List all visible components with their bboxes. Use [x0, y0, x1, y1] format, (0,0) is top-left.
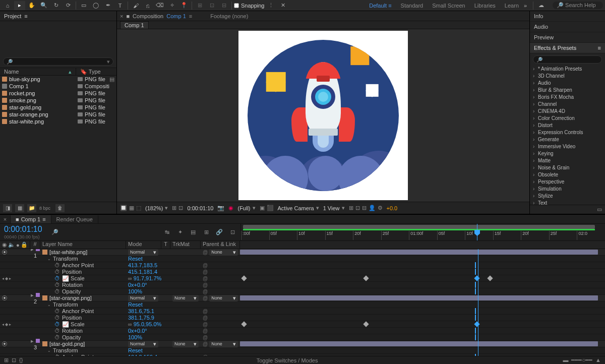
stopwatch-icon[interactable]: ⏱ — [54, 354, 60, 356]
stopwatch-icon[interactable]: ⏱ — [54, 334, 60, 340]
rotate-tool-icon[interactable]: ⟳ — [63, 1, 74, 10]
reset-button[interactable]: Reset — [128, 347, 143, 353]
effect-category[interactable]: Stylize — [530, 193, 605, 200]
reset-button[interactable]: Reset — [128, 301, 143, 308]
stopwatch-icon[interactable]: ⏱ — [54, 282, 60, 288]
hand-tool-icon[interactable]: ✋ — [26, 1, 37, 10]
property-value[interactable]: 381.6,75.1 — [128, 308, 154, 314]
tl-tool4-icon[interactable]: ⊞ — [202, 228, 210, 236]
zoom-in-icon[interactable]: ▲ — [595, 357, 601, 363]
help-search-input[interactable]: 🔎 Search Help — [553, 2, 603, 9]
footage-label[interactable]: Footage (none) — [210, 13, 248, 19]
v-icon4[interactable]: 👤 — [369, 205, 376, 211]
lock-col-icon[interactable]: 🔒 — [21, 241, 28, 248]
comp-subtab[interactable]: Comp 1 — [120, 21, 149, 29]
project-item[interactable]: rocket.pngPNG file — [0, 90, 116, 97]
project-item[interactable]: star-gold.pngPNG file — [0, 104, 116, 111]
visibility-toggle[interactable] — [2, 250, 7, 255]
expression-pickwhip-icon[interactable]: @ — [203, 282, 208, 288]
effect-category[interactable]: Audio — [530, 80, 605, 87]
tl-close-icon[interactable]: × — [0, 215, 11, 223]
effect-category[interactable]: Text — [530, 200, 605, 205]
expression-pickwhip-icon[interactable]: @ — [203, 328, 208, 334]
snap-opt2-icon[interactable]: ✕ — [278, 1, 289, 10]
expression-pickwhip-icon[interactable]: @ — [203, 354, 208, 356]
ruler-tick[interactable]: 25f — [549, 231, 577, 240]
orbit-tool-icon[interactable]: ↻ — [50, 1, 62, 10]
res-dropdown[interactable]: (Full)▾ — [237, 205, 255, 211]
expression-pickwhip-icon[interactable]: @ — [203, 309, 208, 314]
brush-tool-icon[interactable]: 🖌 — [130, 1, 141, 10]
v-icon5[interactable]: ⚙ — [378, 205, 383, 211]
ruler-tick[interactable]: 15f — [493, 231, 521, 240]
comp-viewer[interactable] — [117, 29, 529, 202]
effect-category[interactable]: Generate — [530, 136, 605, 143]
stopwatch-icon[interactable]: ⏱ — [54, 262, 60, 268]
effect-category[interactable]: Keying — [530, 150, 605, 157]
effect-category[interactable]: Obsolete — [530, 171, 605, 178]
layer-row[interactable]: ▸ 2 [star-orange.png] Normal▾ None▾ @Non… — [0, 295, 605, 301]
blend-mode-dropdown[interactable]: Normal▾ — [128, 341, 158, 347]
layer-duration-bar[interactable] — [240, 295, 598, 300]
layer-row[interactable]: ▸ 3 [star-gold.png] Normal▾ None▾ @None▾ — [0, 341, 605, 347]
expression-pickwhip-icon[interactable]: @ — [203, 289, 208, 294]
keyframe[interactable] — [241, 321, 247, 327]
axis-mode2-icon[interactable]: ⊡ — [206, 1, 217, 10]
zoom-slider[interactable]: ━━━○━━ — [571, 357, 592, 363]
col-num[interactable]: # — [30, 241, 40, 249]
pen-tool-icon[interactable]: ✒ — [102, 1, 113, 10]
trkmat-dropdown[interactable]: None▾ — [172, 341, 199, 347]
col-type[interactable]: 🔖 Type — [76, 68, 116, 75]
workspace-small-screen[interactable]: Small Screen — [432, 3, 465, 9]
pickwhip-icon[interactable]: @ — [203, 295, 208, 301]
project-item[interactable]: star-white.pngPNG file — [0, 118, 116, 125]
reset-button[interactable]: Reset — [128, 256, 143, 262]
expression-pickwhip-icon[interactable]: @ — [203, 315, 208, 321]
tl-tool3-icon[interactable]: ▤ — [189, 228, 197, 236]
new-comp-icon[interactable]: ▦ — [15, 204, 24, 212]
project-search-input[interactable]: 🔎▾ — [3, 57, 113, 66]
audio-panel-tab[interactable]: Audio — [530, 22, 605, 32]
col-t[interactable]: T — [161, 241, 170, 249]
camera-dropdown[interactable]: Active Camera▾ — [278, 205, 319, 211]
stopwatch-icon[interactable]: ⏱ — [54, 315, 60, 321]
expression-pickwhip-icon[interactable]: @ — [203, 263, 208, 268]
trkmat-dropdown[interactable]: None▾ — [172, 295, 199, 301]
keyframe-nav[interactable]: ◂ ◆ ▸ — [2, 276, 11, 281]
type-tool-icon[interactable]: T — [114, 1, 126, 10]
clone-tool-icon[interactable]: ⎌ — [142, 1, 153, 10]
transform-group[interactable]: ⌄ Transform Reset — [0, 256, 605, 262]
effect-category[interactable]: CINEMA 4D — [530, 108, 605, 115]
pickwhip-icon[interactable]: @ — [203, 341, 208, 347]
keyframe-nav[interactable]: ◂ ◆ ▸ — [2, 322, 11, 327]
work-area-bar[interactable] — [243, 225, 595, 229]
interpret-icon[interactable]: ◨ — [3, 204, 12, 212]
property-value[interactable]: 413.7,183.5 — [128, 262, 157, 268]
ruler-tick[interactable]: 20f — [521, 231, 549, 240]
ruler-tick[interactable]: 05f — [269, 231, 297, 240]
puppet-tool-icon[interactable]: 📍 — [178, 1, 190, 10]
ruler-tick[interactable]: 05f — [437, 231, 465, 240]
view-dropdown[interactable]: 1 View▾ — [323, 205, 345, 211]
v-icon2[interactable]: ⊡ — [355, 205, 360, 211]
layer-color-swatch[interactable] — [36, 249, 40, 251]
workspace-learn[interactable]: Learn — [505, 3, 519, 9]
blend-mode-dropdown[interactable]: Normal▾ — [128, 295, 158, 301]
new-bin-icon[interactable]: ▭ — [597, 206, 602, 213]
ruler-tick[interactable]: 20f — [353, 231, 381, 240]
property-value[interactable]: 381.1,75.9 — [128, 315, 154, 321]
tl-search-input[interactable]: 🔎 — [51, 229, 58, 235]
ruler-tick[interactable]: 15f — [325, 231, 353, 240]
effect-category[interactable]: * Animation Presets — [530, 66, 605, 73]
effects-search-input[interactable]: 🔎 — [533, 55, 602, 64]
col-parent[interactable]: Parent & Link — [201, 241, 240, 249]
ellipse-tool-icon[interactable]: ◯ — [90, 1, 101, 10]
stopwatch-icon[interactable]: ⏱ — [54, 308, 60, 314]
info-panel-tab[interactable]: Info — [530, 11, 605, 22]
effect-category[interactable]: Color Correction — [530, 115, 605, 122]
grid-icon[interactable]: ▦ — [129, 205, 134, 211]
new-folder-icon[interactable]: 📁 — [27, 204, 36, 212]
stopwatch-icon[interactable]: ⏱ — [54, 288, 60, 294]
exposure[interactable]: +0.0 — [387, 205, 398, 211]
preview-panel-tab[interactable]: Preview — [530, 32, 605, 43]
